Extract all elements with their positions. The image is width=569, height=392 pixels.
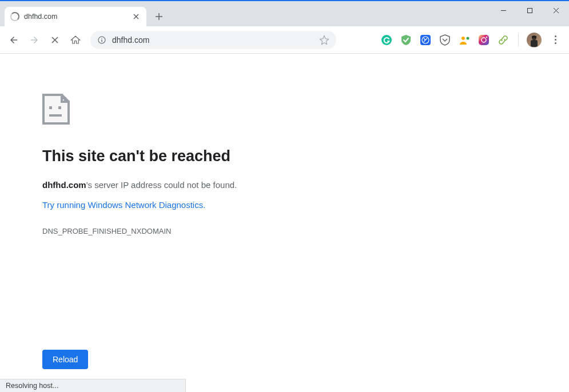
svg-rect-13 <box>531 40 538 47</box>
error-desc-suffix: 's server IP address could not be found. <box>86 180 237 190</box>
extension-separator <box>518 34 519 46</box>
svg-rect-0 <box>527 8 532 13</box>
safari-extension-icon[interactable] <box>419 33 432 47</box>
toolbar: dhfhd.com <box>0 26 569 54</box>
back-button[interactable] <box>5 31 23 49</box>
link-extension-icon[interactable] <box>496 33 510 47</box>
svg-point-8 <box>467 37 469 39</box>
svg-point-4 <box>381 35 392 45</box>
browser-tab[interactable]: dhfhd.com <box>5 7 146 26</box>
titlebar: dhfhd.com <box>0 1 569 26</box>
svg-rect-9 <box>479 35 489 45</box>
error-code: DNS_PROBE_FINISHED_NXDOMAIN <box>42 227 569 235</box>
adguard-extension-icon[interactable] <box>399 33 413 47</box>
profile-avatar[interactable] <box>527 33 542 47</box>
pocket-extension-icon[interactable] <box>438 33 452 47</box>
chrome-menu-button[interactable] <box>547 35 563 44</box>
close-window-button[interactable] <box>543 1 569 19</box>
user-extension-icon[interactable] <box>457 33 471 47</box>
tab-title: dhfhd.com <box>24 13 132 21</box>
svg-rect-16 <box>58 106 61 109</box>
status-bar: Resolving host... <box>0 379 186 392</box>
error-domain: dhfhd.com <box>42 180 86 190</box>
bookmark-star-icon[interactable] <box>319 35 329 45</box>
error-title: This site can't be reached <box>42 147 569 165</box>
svg-rect-17 <box>49 114 62 117</box>
tab-close-button[interactable] <box>132 12 141 21</box>
site-info-icon[interactable] <box>97 35 106 45</box>
svg-point-2 <box>101 38 102 38</box>
maximize-button[interactable] <box>516 1 543 19</box>
svg-point-7 <box>461 37 465 40</box>
svg-point-11 <box>486 36 487 37</box>
window-controls <box>490 1 569 19</box>
error-description: dhfhd.com's server IP address could not … <box>42 180 569 190</box>
sad-page-icon <box>42 94 569 127</box>
url-text: dhfhd.com <box>112 35 319 45</box>
extensions-area <box>380 33 564 47</box>
reload-button[interactable]: Reload <box>42 350 88 369</box>
forward-button[interactable] <box>25 31 43 49</box>
svg-rect-15 <box>49 106 52 109</box>
svg-rect-3 <box>101 39 102 42</box>
svg-rect-14 <box>532 36 536 38</box>
error-page-content: This site can't be reached dhfhd.com's s… <box>0 54 569 235</box>
stop-reload-button[interactable] <box>46 31 64 49</box>
address-bar[interactable]: dhfhd.com <box>90 31 336 49</box>
diagnostics-line: Try running Windows Network Diagnostics. <box>42 200 569 227</box>
grammarly-extension-icon[interactable] <box>380 33 393 47</box>
loading-spinner-icon <box>10 12 19 21</box>
new-tab-button[interactable] <box>151 9 167 25</box>
diagnostics-link[interactable]: Try running Windows Network Diagnostics <box>42 200 203 210</box>
home-button[interactable] <box>66 31 85 49</box>
minimize-button[interactable] <box>490 1 516 19</box>
instagram-extension-icon[interactable] <box>477 33 491 47</box>
diagnostics-period: . <box>203 200 205 210</box>
